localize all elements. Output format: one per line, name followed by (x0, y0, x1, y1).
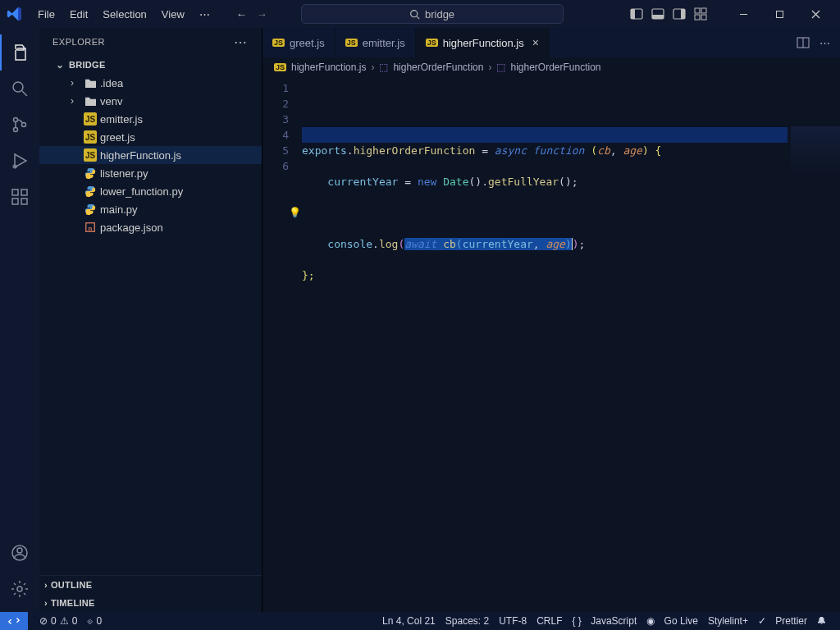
line-number: 2 (262, 96, 289, 112)
section-label: OUTLINE (51, 580, 92, 590)
status-notifications[interactable]: 🔔︎ (812, 615, 832, 627)
explorer-sidebar: EXPLORER ⋯ ⌄ BRIDGE › .idea › venv JS em… (39, 28, 262, 612)
status-encoding[interactable]: UTF-8 (494, 615, 532, 627)
menu-view[interactable]: View (155, 5, 191, 24)
file-lower[interactable]: lower_function.py (39, 182, 262, 200)
lightbulb-icon[interactable]: 💡 (289, 205, 300, 221)
status-problems[interactable]: ⊘0 ⚠0 (34, 615, 82, 627)
symbol-icon: ⬚ (379, 62, 388, 73)
chevron-right-icon: › (71, 95, 80, 107)
editor-actions: ⋯ (787, 28, 840, 57)
explorer-more-icon[interactable]: ⋯ (234, 34, 249, 50)
layout-toggle-primary-icon[interactable] (630, 7, 643, 21)
status-golive[interactable]: ◉ Go Live (641, 615, 703, 627)
folder-idea[interactable]: › .idea (39, 74, 262, 92)
svg-rect-22 (12, 189, 18, 195)
code-editor[interactable]: 1 2 3 4 5 6 exports.higherOrderFunction … (262, 77, 840, 612)
menu-overflow[interactable]: ⋯ (193, 5, 217, 24)
breadcrumb[interactable]: JS higherFunction.js › ⬚ higherOrderFunc… (262, 57, 840, 77)
json-file-icon: n (84, 221, 97, 234)
activity-accounts[interactable] (0, 535, 39, 571)
svg-rect-9 (701, 8, 706, 13)
file-label: greet.js (100, 131, 135, 144)
breadcrumb-file[interactable]: higherFunction.js (291, 62, 366, 73)
svg-point-0 (411, 10, 418, 16)
layout-toggle-secondary-icon[interactable] (673, 7, 686, 21)
nav-forward-icon[interactable]: → (257, 8, 267, 21)
status-stylelint[interactable]: Stylelint+ (703, 615, 753, 627)
file-package[interactable]: n package.json (39, 218, 262, 236)
status-spaces[interactable]: Spaces: 2 (441, 615, 494, 627)
section-label: TIMELINE (51, 598, 95, 608)
activity-run-debug[interactable] (0, 143, 39, 179)
file-main[interactable]: main.py (39, 200, 262, 218)
customize-layout-icon[interactable] (694, 7, 707, 21)
file-listener[interactable]: listener.py (39, 164, 262, 182)
python-file-icon (84, 185, 97, 198)
main-menu: File Edit Selection View ⋯ (31, 5, 217, 24)
nav-arrows: ← → (236, 8, 267, 21)
file-greet[interactable]: JS greet.js (39, 128, 262, 146)
activity-extensions[interactable] (0, 179, 39, 215)
chevron-right-icon: › (71, 77, 80, 89)
breadcrumb-symbol[interactable]: higherOrderFunction (393, 62, 483, 73)
file-label: emitter.js (100, 113, 143, 126)
symbol-icon: ⬚ (496, 62, 505, 73)
svg-rect-23 (12, 199, 18, 204)
file-higher[interactable]: JS higherFunction.js (39, 146, 262, 164)
svg-rect-5 (652, 15, 664, 19)
nav-back-icon[interactable]: ← (236, 8, 247, 21)
tab-greet[interactable]: JS greet.js (262, 28, 336, 57)
remote-button[interactable] (0, 612, 28, 630)
line-number: 1 (262, 80, 289, 96)
python-file-icon (84, 203, 97, 216)
activity-explorer[interactable] (0, 34, 39, 71)
breadcrumb-symbol[interactable]: higherOrderFunction (510, 62, 600, 73)
status-cursor[interactable]: Ln 4, Col 21 (377, 615, 441, 627)
menu-selection[interactable]: Selection (96, 5, 153, 24)
file-label: venv (100, 95, 122, 107)
tab-emitter[interactable]: JS emitter.js (336, 28, 416, 57)
line-number: 6 (262, 158, 289, 174)
status-ports[interactable]: ⟐0 (82, 615, 107, 627)
menu-file[interactable]: File (31, 5, 62, 24)
file-emitter[interactable]: JS emitter.js (39, 110, 262, 128)
file-label: listener.py (100, 167, 148, 180)
tab-higher[interactable]: JS higherFunction.js × (416, 28, 550, 57)
command-center-search[interactable]: bridge (301, 4, 564, 24)
close-button[interactable] (797, 2, 833, 26)
svg-line-17 (22, 91, 27, 96)
layout-toggle-panel-icon[interactable] (651, 7, 664, 21)
chevron-down-icon: ⌄ (56, 59, 66, 71)
code-content[interactable]: exports.higherOrderFunction = async func… (302, 77, 840, 612)
more-actions-icon[interactable]: ⋯ (819, 37, 830, 49)
svg-text:n: n (89, 225, 93, 232)
activity-search[interactable] (0, 71, 39, 107)
timeline-section[interactable]: › TIMELINE (39, 594, 262, 612)
svg-point-19 (14, 128, 18, 132)
js-file-icon: JS (274, 63, 286, 71)
project-root[interactable]: ⌄ BRIDGE (39, 56, 262, 74)
activity-settings[interactable] (0, 571, 39, 607)
status-prettier[interactable]: ✓ Prettier (753, 615, 812, 627)
status-eol[interactable]: CRLF (532, 615, 567, 627)
close-icon[interactable]: × (532, 36, 539, 49)
line-number: 4 (262, 127, 289, 143)
activity-source-control[interactable] (0, 107, 39, 143)
split-editor-icon[interactable] (797, 36, 810, 49)
error-icon: ⊘ (39, 615, 48, 627)
folder-venv[interactable]: › venv (39, 92, 262, 110)
svg-point-20 (22, 123, 26, 127)
file-label: package.json (100, 221, 163, 234)
svg-rect-25 (21, 189, 27, 195)
js-file-icon: JS (426, 39, 438, 47)
tab-label: emitter.js (363, 37, 405, 49)
line-gutter: 1 2 3 4 5 6 (262, 77, 302, 612)
chevron-right-icon: › (488, 62, 491, 73)
chevron-right-icon: › (44, 598, 48, 608)
outline-section[interactable]: › OUTLINE (39, 576, 262, 594)
maximize-button[interactable] (761, 2, 797, 26)
menu-edit[interactable]: Edit (63, 5, 94, 24)
minimize-button[interactable] (725, 2, 761, 26)
status-language[interactable]: { } JavaScript (568, 615, 642, 627)
